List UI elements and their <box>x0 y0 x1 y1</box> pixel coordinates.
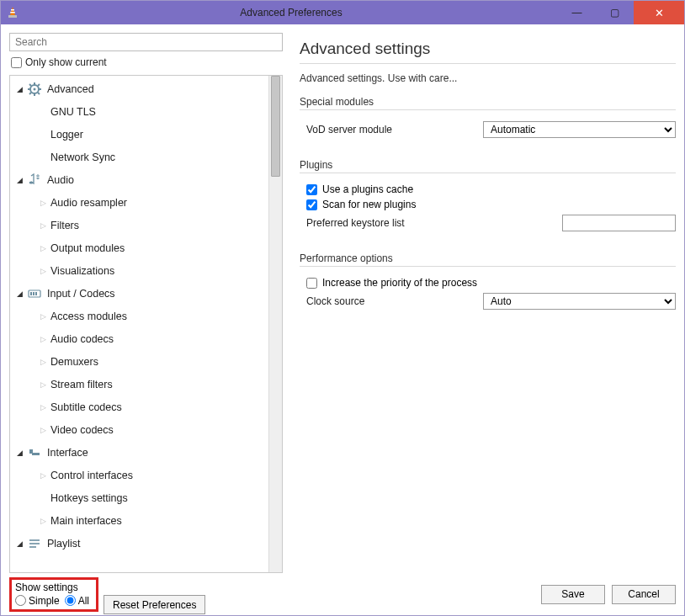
svg-point-15 <box>37 174 39 176</box>
codec-icon <box>27 287 42 300</box>
group-special-modules-label: Special modules <box>300 96 676 108</box>
tree-item-logger[interactable]: Logger <box>10 123 268 146</box>
expand-icon: ▷ <box>39 312 47 321</box>
group-plugins-label: Plugins <box>300 159 676 171</box>
tree-item-video-codecs[interactable]: ▷Video codecs <box>10 418 268 441</box>
divider <box>300 63 676 64</box>
scan-new-plugins-checkbox[interactable]: Scan for new plugins <box>306 199 676 210</box>
tree-category-interface[interactable]: ◢ Interface <box>10 441 268 464</box>
only-show-current-checkbox[interactable]: Only show current <box>9 56 283 68</box>
gear-icon <box>27 82 42 96</box>
svg-marker-0 <box>10 7 15 15</box>
tree-item-filters[interactable]: ▷Filters <box>10 214 268 236</box>
tree-item-main-interfaces[interactable]: ▷Main interfaces <box>10 509 268 532</box>
svg-line-13 <box>29 93 31 94</box>
svg-rect-19 <box>35 292 37 295</box>
save-button[interactable]: Save <box>541 585 605 604</box>
group-plugins: Use a plugins cache Scan for new plugins… <box>300 173 676 247</box>
use-plugins-cache-input[interactable] <box>306 184 317 195</box>
page-subtitle: Advanced settings. Use with care... <box>300 72 676 84</box>
group-special-modules: VoD server module Automatic <box>300 109 676 154</box>
page-title: Advanced settings <box>300 40 676 58</box>
clock-source-label: Clock source <box>306 295 483 307</box>
tree-item-gnutls[interactable]: GNU TLS <box>10 100 268 123</box>
only-show-current-input[interactable] <box>11 57 22 68</box>
expand-icon: ◢ <box>15 539 24 548</box>
tree-item-access-modules[interactable]: ▷Access modules <box>10 305 268 327</box>
expand-icon: ▷ <box>39 358 47 366</box>
increase-priority-input[interactable] <box>306 278 317 289</box>
tree-item-demuxers[interactable]: ▷Demuxers <box>10 350 268 373</box>
group-performance: Increase the priority of the process Clo… <box>300 266 676 326</box>
tree-item-control-interfaces[interactable]: ▷Control interfaces <box>10 464 268 486</box>
tree-label: Interface <box>47 447 88 459</box>
vlc-icon <box>6 6 19 19</box>
show-settings-group: Show settings Simple All <box>9 577 98 612</box>
svg-rect-20 <box>32 453 40 455</box>
tree-item-output-modules[interactable]: ▷Output modules <box>10 236 268 259</box>
expand-icon: ▷ <box>39 335 47 343</box>
svg-rect-1 <box>11 9 14 11</box>
group-performance-label: Performance options <box>300 252 676 264</box>
tree-category-advanced[interactable]: ◢ Advanced <box>10 77 268 100</box>
expand-icon: ▷ <box>39 403 47 412</box>
expand-icon: ▷ <box>39 517 47 525</box>
tree-label: Audio <box>47 174 74 186</box>
all-radio[interactable]: All <box>65 595 89 607</box>
svg-line-10 <box>29 84 31 86</box>
expand-icon: ▷ <box>39 471 47 480</box>
tree-category-audio[interactable]: ◢ Audio <box>10 168 268 191</box>
svg-line-11 <box>38 93 40 94</box>
tree-item-network-sync[interactable]: Network Sync <box>10 146 268 168</box>
search-input[interactable] <box>9 33 283 51</box>
titlebar: Advanced Preferences — ▢ ✕ <box>1 1 684 24</box>
close-button[interactable]: ✕ <box>634 1 684 24</box>
vod-select[interactable]: Automatic <box>483 121 676 138</box>
expand-icon: ◢ <box>15 176 24 184</box>
tree-label: Playlist <box>47 538 81 550</box>
tree-label: Advanced <box>47 83 94 95</box>
show-settings-label: Show settings <box>15 581 93 593</box>
tree-scrollbar[interactable] <box>268 76 282 572</box>
expand-icon: ▷ <box>39 199 47 207</box>
vod-label: VoD server module <box>306 124 483 135</box>
interface-icon <box>27 446 42 459</box>
use-plugins-cache-checkbox[interactable]: Use a plugins cache <box>306 183 676 195</box>
cancel-button[interactable]: Cancel <box>612 585 676 604</box>
increase-priority-checkbox[interactable]: Increase the priority of the process <box>306 277 676 289</box>
clock-source-select[interactable]: Auto <box>483 293 676 310</box>
tree-item-audio-codecs[interactable]: ▷Audio codecs <box>10 327 268 350</box>
tree-item-hotkeys[interactable]: Hotkeys settings <box>10 486 268 509</box>
settings-tree[interactable]: ◢ Advanced GNU TLS Logger Network Sync ◢… <box>10 76 268 572</box>
svg-point-5 <box>34 88 36 90</box>
svg-rect-3 <box>8 15 17 18</box>
simple-radio[interactable]: Simple <box>15 595 60 607</box>
audio-icon <box>27 173 42 187</box>
window-title: Advanced Preferences <box>24 7 558 19</box>
keystore-label: Preferred keystore list <box>306 217 483 229</box>
tree-category-playlist[interactable]: ◢ Playlist <box>10 532 268 555</box>
expand-icon: ◢ <box>15 85 24 93</box>
expand-icon: ◢ <box>15 289 24 298</box>
tree-item-stream-filters[interactable]: ▷Stream filters <box>10 373 268 396</box>
expand-icon: ▷ <box>39 426 47 434</box>
expand-icon: ▷ <box>39 380 47 389</box>
playlist-icon <box>27 537 42 550</box>
tree-category-input-codecs[interactable]: ◢ Input / Codecs <box>10 282 268 305</box>
tree-item-audio-resampler[interactable]: ▷Audio resampler <box>10 191 268 214</box>
expand-icon: ▷ <box>39 267 47 275</box>
minimize-button[interactable]: — <box>558 1 596 24</box>
scrollbar-thumb[interactable] <box>271 76 280 177</box>
scan-new-plugins-input[interactable] <box>306 199 317 210</box>
tree-item-subtitle-codecs[interactable]: ▷Subtitle codecs <box>10 396 268 418</box>
svg-rect-17 <box>30 292 32 295</box>
maximize-button[interactable]: ▢ <box>596 1 634 24</box>
reset-preferences-button[interactable]: Reset Preferences <box>104 595 205 614</box>
svg-rect-2 <box>10 12 15 13</box>
svg-rect-18 <box>33 292 35 295</box>
tree-item-visualizations[interactable]: ▷Visualizations <box>10 259 268 282</box>
svg-point-14 <box>29 181 34 183</box>
expand-icon: ▷ <box>39 221 47 230</box>
keystore-input[interactable] <box>562 215 676 231</box>
tree-label: Input / Codecs <box>47 288 115 300</box>
